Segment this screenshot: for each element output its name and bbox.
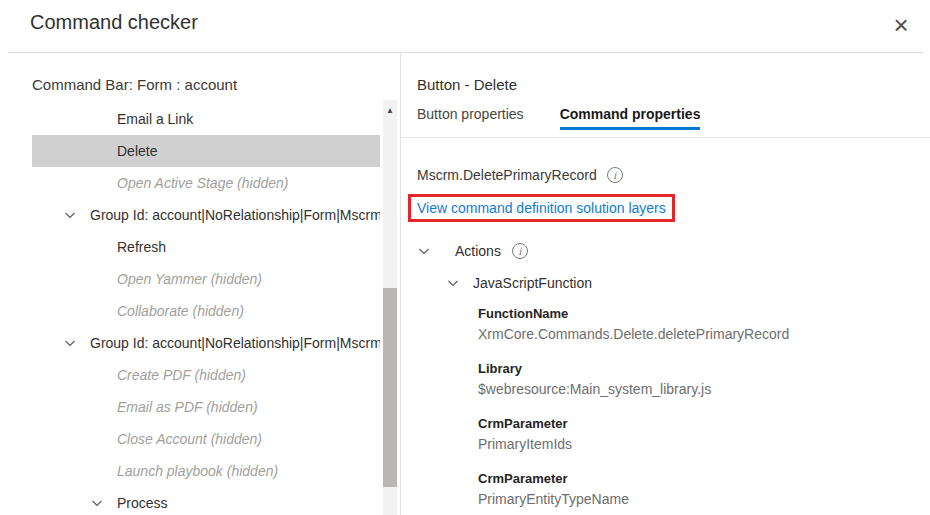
command-name-row: Mscrm.DeletePrimaryRecord i (417, 167, 623, 183)
tree-item-create-pdf-hidden[interactable]: Create PDF (hidden) (32, 359, 380, 391)
parameter-crmparameter: CrmParameterPrimaryEntityTypeName (478, 468, 789, 510)
scrollbar-thumb[interactable] (383, 288, 397, 487)
parameter-name: Library (478, 358, 789, 379)
tree-item-email-as-pdf-hidden[interactable]: Email as PDF (hidden) (32, 391, 380, 423)
detail-title: Button - Delete (417, 76, 517, 93)
tree-item-label: Open Active Stage (hidden) (117, 175, 288, 191)
chevron-down-icon (63, 336, 77, 350)
parameter-value: PrimaryEntityTypeName (478, 489, 789, 510)
tree-item-label: Close Account (hidden) (117, 431, 262, 447)
command-tree: Email a LinkDeleteOpen Active Stage (hid… (0, 103, 400, 515)
close-button[interactable]: × (884, 8, 918, 42)
tree-item-close-account-hidden[interactable]: Close Account (hidden) (32, 423, 380, 455)
parameter-name: CrmParameter (478, 468, 789, 489)
tabs-divider (401, 137, 930, 138)
parameter-value: XrmCore.Commands.Delete.deletePrimaryRec… (478, 324, 789, 345)
parameter-value: PrimaryItemIds (478, 434, 789, 455)
chevron-down-icon (446, 276, 460, 290)
annotation-highlight-box: View command definition solution layers (408, 194, 675, 222)
detail-tabs: Button properties Command properties (417, 106, 700, 130)
info-icon[interactable]: i (607, 167, 623, 183)
close-icon: × (893, 10, 908, 40)
tree-item-label: Refresh (117, 239, 166, 255)
tree-item-label: Delete (117, 143, 157, 159)
header-divider (8, 52, 924, 53)
view-solution-layers-link[interactable]: View command definition solution layers (417, 200, 666, 216)
parameter-functionname: FunctionNameXrmCore.Commands.Delete.dele… (478, 303, 789, 345)
actions-group-row[interactable]: Actions i (417, 243, 528, 259)
parameter-value: $webresource:Main_system_library.js (478, 379, 789, 400)
tree-item-label: Create PDF (hidden) (117, 367, 246, 383)
parameter-name: FunctionName (478, 303, 789, 324)
tree-item-collaborate-hidden[interactable]: Collaborate (hidden) (32, 295, 380, 327)
tree-item-group-id-account-norelationship-form-mscrm[interactable]: Group Id: account|NoRelationship|Form|Ms… (32, 199, 380, 231)
tree-item-label: Open Yammer (hidden) (117, 271, 262, 287)
tree-item-email-a-link[interactable]: Email a Link (32, 103, 380, 135)
command-name: Mscrm.DeletePrimaryRecord (417, 167, 597, 183)
panel-divider (400, 53, 401, 515)
chevron-down-icon (63, 208, 77, 222)
chevron-down-icon (417, 244, 431, 258)
tab-command-properties[interactable]: Command properties (560, 106, 701, 130)
info-icon[interactable]: i (512, 243, 528, 259)
javascript-function-label: JavaScriptFunction (473, 275, 592, 291)
tree-item-label: Launch playbook (hidden) (117, 463, 278, 479)
tree-item-process[interactable]: Process (32, 487, 380, 515)
command-bar-title: Command Bar: Form : account (32, 76, 237, 93)
tree-item-group-id-account-norelationship-form-mscrm[interactable]: Group Id: account|NoRelationship|Form|Ms… (32, 327, 380, 359)
tree-item-label: Collaborate (hidden) (117, 303, 244, 319)
tree-item-open-yammer-hidden[interactable]: Open Yammer (hidden) (32, 263, 380, 295)
tab-button-properties[interactable]: Button properties (417, 106, 524, 130)
scrollbar-track[interactable]: ▲ (383, 100, 397, 515)
javascript-function-row[interactable]: JavaScriptFunction (446, 275, 592, 291)
tree-item-label: Group Id: account|NoRelationship|Form|Ms… (90, 335, 380, 351)
parameter-list: FunctionNameXrmCore.Commands.Delete.dele… (478, 303, 789, 515)
tree-item-delete[interactable]: Delete (32, 135, 380, 167)
tree-item-label: Group Id: account|NoRelationship|Form|Ms… (90, 207, 380, 223)
parameter-crmparameter: CrmParameterPrimaryItemIds (478, 413, 789, 455)
chevron-down-icon (90, 496, 104, 510)
tree-item-launch-playbook-hidden[interactable]: Launch playbook (hidden) (32, 455, 380, 487)
tree-item-label: Email a Link (117, 111, 193, 127)
parameter-name: CrmParameter (478, 413, 789, 434)
scroll-up-icon[interactable]: ▲ (383, 106, 397, 115)
actions-label: Actions (455, 243, 501, 259)
command-checker-dialog: Command checker × Command Bar: Form : ac… (0, 0, 930, 515)
page-title: Command checker (30, 11, 198, 34)
parameter-library: Library$webresource:Main_system_library.… (478, 358, 789, 400)
tree-item-open-active-stage-hidden[interactable]: Open Active Stage (hidden) (32, 167, 380, 199)
tree-item-label: Email as PDF (hidden) (117, 399, 258, 415)
tree-item-refresh[interactable]: Refresh (32, 231, 380, 263)
tree-item-label: Process (117, 495, 168, 511)
